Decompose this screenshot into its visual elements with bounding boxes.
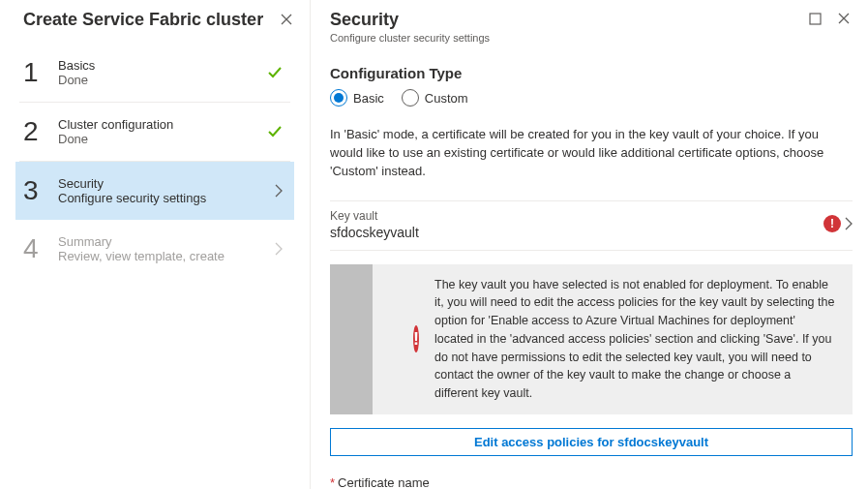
radio-label: Basic <box>353 91 384 106</box>
close-icon <box>838 13 850 24</box>
configuration-type-heading: Configuration Type <box>330 65 853 81</box>
chevron-right-icon <box>275 184 283 198</box>
step-subtitle: Review, view template, create <box>58 249 275 263</box>
step-basics[interactable]: 1 Basics Done <box>19 44 290 103</box>
step-subtitle: Configure security settings <box>58 191 275 205</box>
divider <box>330 250 853 251</box>
step-title: Security <box>58 176 275 191</box>
step-number: 2 <box>23 116 58 147</box>
page-subtitle: Configure cluster security settings <box>330 32 806 44</box>
detail-header: Security Configure cluster security sett… <box>330 10 853 44</box>
key-vault-label: Key vault <box>330 209 853 223</box>
close-icon <box>281 14 292 25</box>
svg-rect-0 <box>810 14 821 24</box>
step-title: Cluster configuration <box>58 117 267 132</box>
key-vault-selector[interactable]: Key vault sfdocskeyvault ! <box>330 200 853 240</box>
step-subtitle: Done <box>58 132 267 146</box>
warning-accent <box>330 264 373 414</box>
radio-custom[interactable]: Custom <box>402 89 468 107</box>
key-vault-value: sfdocskeyvault <box>330 225 853 240</box>
step-number: 3 <box>23 175 58 206</box>
chevron-right-icon <box>845 217 853 230</box>
wizard-header: Create Service Fabric cluster <box>0 0 310 36</box>
wizard-title: Create Service Fabric cluster <box>23 10 277 30</box>
radio-label: Custom <box>425 91 468 106</box>
step-number: 1 <box>23 57 58 88</box>
info-text: In 'Basic' mode, a certificate will be c… <box>330 126 853 181</box>
detail-pane: Security Configure cluster security sett… <box>311 0 868 489</box>
maximize-button[interactable] <box>806 10 823 27</box>
step-number: 4 <box>23 233 58 264</box>
step-subtitle: Done <box>58 73 267 87</box>
config-type-radio-group: Basic Custom <box>330 89 853 107</box>
warning-text: The key vault you have selected is not e… <box>434 276 837 403</box>
check-icon <box>267 124 283 139</box>
radio-dot-icon <box>402 89 419 107</box>
wizard-close-button[interactable] <box>277 10 296 29</box>
required-marker: * <box>330 475 335 489</box>
close-button[interactable] <box>835 10 853 27</box>
check-icon <box>267 65 283 80</box>
step-title: Summary <box>58 234 275 249</box>
wizard-steps: 1 Basics Done 2 Cluster configuration Do… <box>0 36 310 278</box>
step-summary[interactable]: 4 Summary Review, view template, create <box>19 220 290 278</box>
wizard-sidebar: Create Service Fabric cluster 1 Basics D… <box>0 0 311 489</box>
step-security[interactable]: 3 Security Configure security settings <box>15 162 294 220</box>
step-cluster-configuration[interactable]: 2 Cluster configuration Done <box>19 103 290 162</box>
certificate-name-label: *Certificate name <box>330 475 853 489</box>
step-title: Basics <box>58 58 267 73</box>
edit-access-policies-button[interactable]: Edit access policies for sfdocskeyvault <box>330 428 853 456</box>
error-icon: ! <box>823 215 841 232</box>
page-title: Security <box>330 10 806 30</box>
radio-dot-icon <box>330 89 347 107</box>
radio-basic[interactable]: Basic <box>330 89 384 107</box>
maximize-icon <box>809 13 822 25</box>
chevron-right-icon <box>275 242 283 256</box>
warning-icon: ! <box>413 325 419 352</box>
warning-box: ! The key vault you have selected is not… <box>330 264 853 414</box>
